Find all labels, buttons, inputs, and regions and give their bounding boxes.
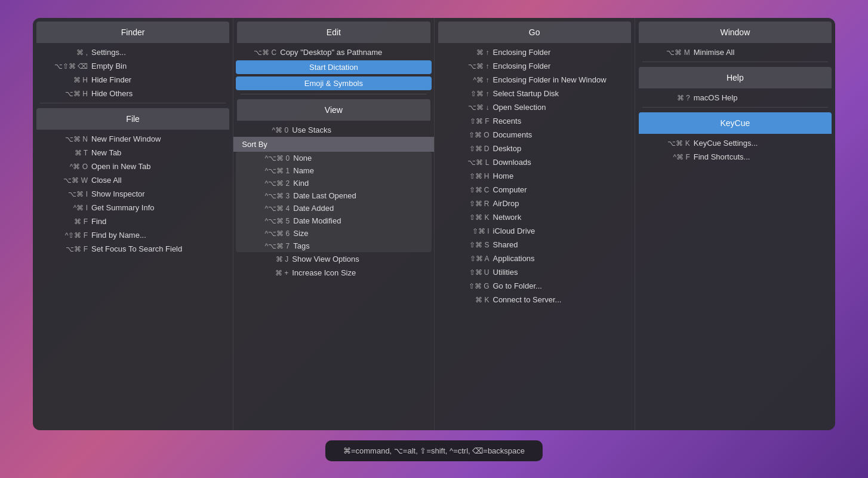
find-shortcuts-item[interactable]: ^⌘ F Find Shortcuts... bbox=[635, 150, 835, 164]
sort-date-last-opened-item[interactable]: ^⌥⌘ 3 Date Last Opened bbox=[236, 189, 431, 202]
airdrop-item[interactable]: ⇧⌘ R AirDrop bbox=[435, 197, 635, 210]
hide-finder-item[interactable]: ⌘ H Hide Finder bbox=[33, 73, 233, 87]
utilities-item[interactable]: ⇧⌘ U Utilities bbox=[435, 265, 635, 279]
open-new-tab-shortcut: ^⌘ O bbox=[40, 163, 88, 171]
shared-item[interactable]: ⇧⌘ S Shared bbox=[435, 238, 635, 252]
documents-item[interactable]: ⇧⌘ O Documents bbox=[435, 128, 635, 142]
window-header[interactable]: Window bbox=[639, 22, 832, 43]
file-header[interactable]: File bbox=[36, 108, 229, 130]
downloads-item[interactable]: ⌥⌘ L Downloads bbox=[435, 155, 635, 169]
use-stacks-item[interactable]: ^⌘ 0 Use Stacks bbox=[233, 123, 433, 137]
emoji-symbols-label: Emoji & Symbols bbox=[242, 79, 425, 88]
icloud-drive-shortcut: ⇧⌘ I bbox=[442, 227, 490, 235]
network-label: Network bbox=[493, 213, 627, 222]
find-by-name-item[interactable]: ^⇧⌘ F Find by Name... bbox=[33, 228, 233, 242]
start-dictation-item[interactable]: Start Dictation bbox=[236, 60, 431, 74]
copy-pathname-item[interactable]: ⌥⌘ C Copy "Desktop" as Pathname bbox=[233, 45, 433, 59]
computer-label: Computer bbox=[493, 185, 627, 194]
settings-item[interactable]: ⌘ , Settings... bbox=[33, 45, 233, 59]
close-all-item[interactable]: ⌥⌘ W Close All bbox=[33, 173, 233, 187]
get-summary-item[interactable]: ^⌘ I Get Summary Info bbox=[33, 201, 233, 215]
home-label: Home bbox=[493, 171, 627, 180]
main-container: Finder ⌘ , Settings... ⌥⇧⌘ ⌫ Empty Bin ⌘… bbox=[33, 18, 835, 430]
icloud-drive-label: iCloud Drive bbox=[493, 226, 627, 235]
menu-bar: Finder ⌘ , Settings... ⌥⇧⌘ ⌫ Empty Bin ⌘… bbox=[33, 18, 835, 430]
settings-shortcut: ⌘ , bbox=[40, 48, 88, 57]
sort-kind-item[interactable]: ^⌥⌘ 2 Kind bbox=[236, 177, 431, 189]
macos-help-item[interactable]: ⌘ ? macOS Help bbox=[635, 91, 835, 105]
computer-item[interactable]: ⇧⌘ C Computer bbox=[435, 183, 635, 197]
find-shortcuts-shortcut: ^⌘ F bbox=[642, 153, 690, 161]
connect-server-item[interactable]: ⌘ K Connect to Server... bbox=[435, 293, 635, 307]
open-selection-item[interactable]: ⌥⌘ ↓ Open Selection bbox=[435, 100, 635, 114]
computer-shortcut: ⇧⌘ C bbox=[442, 186, 490, 194]
sort-date-modified-item[interactable]: ^⌥⌘ 5 Date Modified bbox=[236, 215, 431, 227]
go-to-folder-item[interactable]: ⇧⌘ G Go to Folder... bbox=[435, 279, 635, 293]
empty-bin-shortcut: ⌥⇧⌘ ⌫ bbox=[40, 62, 88, 71]
select-startup-disk-item[interactable]: ⇧⌘ ↑ Select Startup Disk bbox=[435, 87, 635, 100]
help-header[interactable]: Help bbox=[639, 67, 832, 88]
finder-header[interactable]: Finder bbox=[36, 22, 229, 43]
set-focus-shortcut: ⌥⌘ F bbox=[40, 245, 88, 253]
keycue-settings-item[interactable]: ⌥⌘ K KeyCue Settings... bbox=[635, 136, 835, 150]
new-tab-label: New Tab bbox=[91, 148, 226, 157]
sort-name-item[interactable]: ^⌥⌘ 1 Name bbox=[236, 164, 431, 177]
minimise-all-item[interactable]: ⌥⌘ M Minimise All bbox=[635, 45, 835, 59]
home-shortcut: ⇧⌘ H bbox=[442, 172, 490, 180]
show-view-options-label: Show View Options bbox=[292, 255, 426, 263]
new-finder-label: New Finder Window bbox=[91, 134, 226, 143]
empty-bin-item[interactable]: ⌥⇧⌘ ⌫ Empty Bin bbox=[33, 59, 233, 73]
get-summary-label: Get Summary Info bbox=[91, 203, 226, 212]
recents-label: Recents bbox=[493, 117, 627, 125]
finder-sep1 bbox=[40, 103, 226, 103]
enclosing-new-window-item[interactable]: ^⌘ ↑ Enclosing Folder in New Window bbox=[435, 73, 635, 87]
empty-bin-label: Empty Bin bbox=[91, 62, 226, 71]
go-to-folder-label: Go to Folder... bbox=[493, 281, 627, 290]
enclosing-folder-item[interactable]: ⌘ ↑ Enclosing Folder bbox=[435, 45, 635, 59]
new-finder-window-item[interactable]: ⌥⌘ N New Finder Window bbox=[33, 132, 233, 146]
emoji-symbols-item[interactable]: Emoji & Symbols bbox=[236, 76, 431, 90]
network-item[interactable]: ⇧⌘ K Network bbox=[435, 210, 635, 224]
go-header[interactable]: Go bbox=[438, 22, 631, 43]
bottom-bar-text: ⌘=command, ⌥=alt, ⇧=shift, ^=ctrl, ⌫=bac… bbox=[343, 446, 525, 455]
minimise-all-shortcut: ⌥⌘ M bbox=[642, 48, 690, 57]
set-focus-item[interactable]: ⌥⌘ F Set Focus To Search Field bbox=[33, 242, 233, 256]
increase-icon-size-label: Increase Icon Size bbox=[292, 268, 426, 277]
increase-icon-size-item[interactable]: ⌘ + Increase Icon Size bbox=[233, 266, 433, 280]
hide-others-item[interactable]: ⌥⌘ H Hide Others bbox=[33, 87, 233, 100]
sort-date-added-item[interactable]: ^⌥⌘ 4 Date Added bbox=[236, 202, 431, 215]
minimise-all-label: Minimise All bbox=[694, 48, 828, 57]
view-header[interactable]: View bbox=[237, 99, 430, 121]
desktop-item[interactable]: ⇧⌘ D Desktop bbox=[435, 142, 635, 155]
open-new-tab-label: Open in New Tab bbox=[91, 162, 226, 171]
bottom-bar: ⌘=command, ⌥=alt, ⇧=shift, ^=ctrl, ⌫=bac… bbox=[325, 440, 543, 461]
sort-none-item[interactable]: ^⌥⌘ 0 None bbox=[236, 152, 431, 164]
keycue-header[interactable]: KeyCue bbox=[639, 112, 832, 134]
show-inspector-item[interactable]: ⌥⌘ I Show Inspector bbox=[33, 187, 233, 201]
desktop-label: Desktop bbox=[493, 144, 627, 153]
use-stacks-shortcut: ^⌘ 0 bbox=[241, 126, 288, 134]
sort-size-shortcut: ^⌥⌘ 6 bbox=[242, 229, 290, 238]
show-view-options-item[interactable]: ⌘ J Show View Options bbox=[233, 252, 433, 266]
sort-by-label[interactable]: Sort By bbox=[233, 137, 433, 152]
new-tab-item[interactable]: ⌘ T New Tab bbox=[33, 146, 233, 160]
enclosing-folder2-label: Enclosing Folder bbox=[493, 62, 627, 71]
find-shortcut: ⌘ F bbox=[40, 217, 88, 226]
sort-tags-shortcut: ^⌥⌘ 7 bbox=[242, 242, 290, 250]
sort-tags-item[interactable]: ^⌥⌘ 7 Tags bbox=[236, 240, 431, 252]
home-item[interactable]: ⇧⌘ H Home bbox=[435, 169, 635, 183]
enclosing-folder2-item[interactable]: ⌥⌘ ↑ Enclosing Folder bbox=[435, 59, 635, 73]
find-item[interactable]: ⌘ F Find bbox=[33, 215, 233, 228]
window-sep2 bbox=[642, 107, 828, 108]
connect-server-shortcut: ⌘ K bbox=[442, 296, 490, 304]
applications-item[interactable]: ⇧⌘ A Applications bbox=[435, 252, 635, 265]
icloud-drive-item[interactable]: ⇧⌘ I iCloud Drive bbox=[435, 224, 635, 238]
sort-size-item[interactable]: ^⌥⌘ 6 Size bbox=[236, 227, 431, 240]
enclosing-new-window-shortcut: ^⌘ ↑ bbox=[442, 76, 490, 84]
open-new-tab-item[interactable]: ^⌘ O Open in New Tab bbox=[33, 160, 233, 173]
settings-label: Settings... bbox=[91, 48, 226, 57]
recents-item[interactable]: ⇧⌘ F Recents bbox=[435, 114, 635, 128]
sort-kind-label: Kind bbox=[293, 179, 425, 188]
edit-header[interactable]: Edit bbox=[237, 22, 430, 43]
get-summary-shortcut: ^⌘ I bbox=[40, 204, 88, 212]
